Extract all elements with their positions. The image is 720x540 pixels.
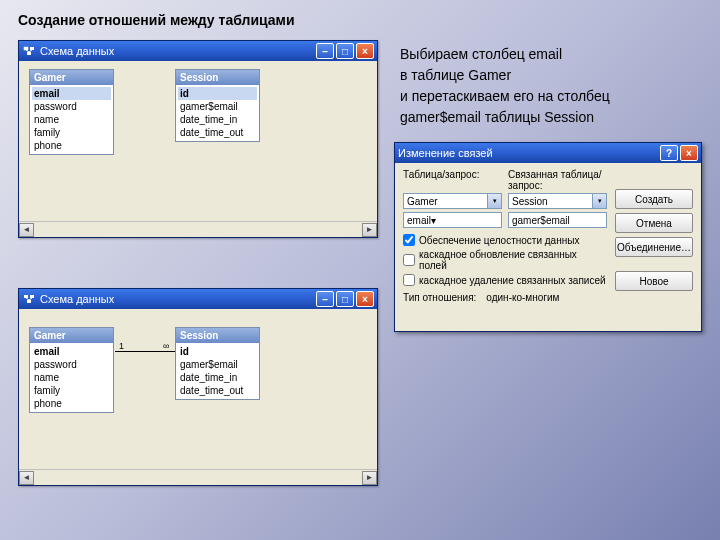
- scroll-left-button[interactable]: ◄: [19, 223, 34, 237]
- svg-rect-0: [24, 47, 28, 50]
- field-gamer-email[interactable]: gamer$email: [178, 100, 257, 113]
- right-table-label: Связанная таблица/запрос:: [508, 169, 607, 191]
- table-header[interactable]: Session: [176, 328, 259, 343]
- cardinality-many: ∞: [163, 341, 169, 351]
- table-header[interactable]: Gamer: [30, 328, 113, 343]
- svg-rect-1: [30, 47, 34, 50]
- table-header[interactable]: Session: [176, 70, 259, 85]
- right-table-select[interactable]: Session▾: [508, 193, 607, 209]
- minimize-button[interactable]: –: [316, 291, 334, 307]
- table-session[interactable]: Session id gamer$email date_time_in date…: [175, 327, 260, 400]
- field-email[interactable]: email: [32, 345, 111, 358]
- left-table-select[interactable]: Gamer▾: [403, 193, 502, 209]
- join-button[interactable]: Объединение…: [615, 237, 693, 257]
- instruction-line: и перетаскиваем его на столбец: [400, 87, 700, 106]
- relationship-line[interactable]: [115, 351, 175, 352]
- page-title: Создание отношений между таблицами: [18, 12, 702, 28]
- map-right-field[interactable]: gamer$email: [508, 212, 607, 228]
- edit-relationships-dialog: Изменение связей ? × Таблица/запрос: Свя…: [394, 142, 702, 332]
- field-family[interactable]: family: [32, 384, 111, 397]
- schema-canvas[interactable]: Gamer email password name family phone S…: [19, 61, 377, 221]
- cardinality-one: 1: [119, 341, 124, 351]
- instruction-line: в таблице Gamer: [400, 66, 700, 85]
- close-button[interactable]: ×: [680, 145, 698, 161]
- chevron-down-icon: ▾: [431, 215, 436, 226]
- chevron-down-icon: ▾: [487, 194, 501, 208]
- schema-window-2: Схема данных – □ × Gamer email password …: [18, 288, 378, 486]
- field-date-in[interactable]: date_time_in: [178, 371, 257, 384]
- field-date-out[interactable]: date_time_out: [178, 126, 257, 139]
- maximize-button[interactable]: □: [336, 291, 354, 307]
- field-password[interactable]: password: [32, 100, 111, 113]
- schema-window-1: Схема данных – □ × Gamer email password …: [18, 40, 378, 238]
- svg-line-9: [29, 298, 32, 300]
- window-title: Схема данных: [40, 293, 316, 305]
- svg-line-4: [29, 50, 32, 52]
- field-phone[interactable]: phone: [32, 397, 111, 410]
- horizontal-scrollbar[interactable]: ◄ ►: [19, 469, 377, 485]
- field-gamer-email[interactable]: gamer$email: [178, 358, 257, 371]
- table-session[interactable]: Session id gamer$email date_time_in date…: [175, 69, 260, 142]
- dialog-titlebar[interactable]: Изменение связей ? ×: [395, 143, 701, 163]
- instructions-block: Выбираем столбец email в таблице Gamer и…: [400, 45, 700, 129]
- scroll-right-button[interactable]: ►: [362, 223, 377, 237]
- horizontal-scrollbar[interactable]: ◄ ►: [19, 221, 377, 237]
- maximize-button[interactable]: □: [336, 43, 354, 59]
- schema-canvas[interactable]: Gamer email password name family phone S…: [19, 309, 377, 469]
- schema-icon: [22, 292, 36, 306]
- table-header[interactable]: Gamer: [30, 70, 113, 85]
- minimize-button[interactable]: –: [316, 43, 334, 59]
- integrity-checkbox[interactable]: Обеспечение целостности данных: [403, 234, 607, 246]
- svg-line-3: [26, 50, 29, 52]
- chevron-down-icon: ▾: [592, 194, 606, 208]
- field-password[interactable]: password: [32, 358, 111, 371]
- dialog-body: Таблица/запрос: Связанная таблица/запрос…: [395, 163, 701, 331]
- field-date-in[interactable]: date_time_in: [178, 113, 257, 126]
- titlebar[interactable]: Схема данных – □ ×: [19, 289, 377, 309]
- schema-icon: [22, 44, 36, 58]
- help-button[interactable]: ?: [660, 145, 678, 161]
- instruction-line: gamer$email таблицы Session: [400, 108, 700, 127]
- close-button[interactable]: ×: [356, 291, 374, 307]
- svg-line-8: [26, 298, 29, 300]
- field-date-out[interactable]: date_time_out: [178, 384, 257, 397]
- scroll-right-button[interactable]: ►: [362, 471, 377, 485]
- svg-rect-6: [30, 295, 34, 298]
- field-name[interactable]: name: [32, 113, 111, 126]
- titlebar[interactable]: Схема данных – □ ×: [19, 41, 377, 61]
- cascade-update-checkbox[interactable]: каскадное обновление связанных полей: [403, 249, 607, 271]
- field-family[interactable]: family: [32, 126, 111, 139]
- new-button[interactable]: Новое: [615, 271, 693, 291]
- field-phone[interactable]: phone: [32, 139, 111, 152]
- table-gamer[interactable]: Gamer email password name family phone: [29, 327, 114, 413]
- cascade-delete-checkbox[interactable]: каскадное удаление связанных записей: [403, 274, 607, 286]
- field-id[interactable]: id: [178, 87, 257, 100]
- cancel-button[interactable]: Отмена: [615, 213, 693, 233]
- relation-type-value: один-ко-многим: [486, 292, 559, 303]
- svg-rect-5: [24, 295, 28, 298]
- field-id[interactable]: id: [178, 345, 257, 358]
- create-button[interactable]: Создать: [615, 189, 693, 209]
- dialog-title: Изменение связей: [398, 147, 660, 159]
- relation-type-label: Тип отношения:: [403, 292, 476, 303]
- svg-rect-7: [27, 300, 31, 303]
- svg-rect-2: [27, 52, 31, 55]
- window-title: Схема данных: [40, 45, 316, 57]
- field-name[interactable]: name: [32, 371, 111, 384]
- scroll-left-button[interactable]: ◄: [19, 471, 34, 485]
- close-button[interactable]: ×: [356, 43, 374, 59]
- table-gamer[interactable]: Gamer email password name family phone: [29, 69, 114, 155]
- left-table-label: Таблица/запрос:: [403, 169, 502, 191]
- map-left-field[interactable]: email▾: [403, 212, 502, 228]
- instruction-line: Выбираем столбец email: [400, 45, 700, 64]
- field-email[interactable]: email: [32, 87, 111, 100]
